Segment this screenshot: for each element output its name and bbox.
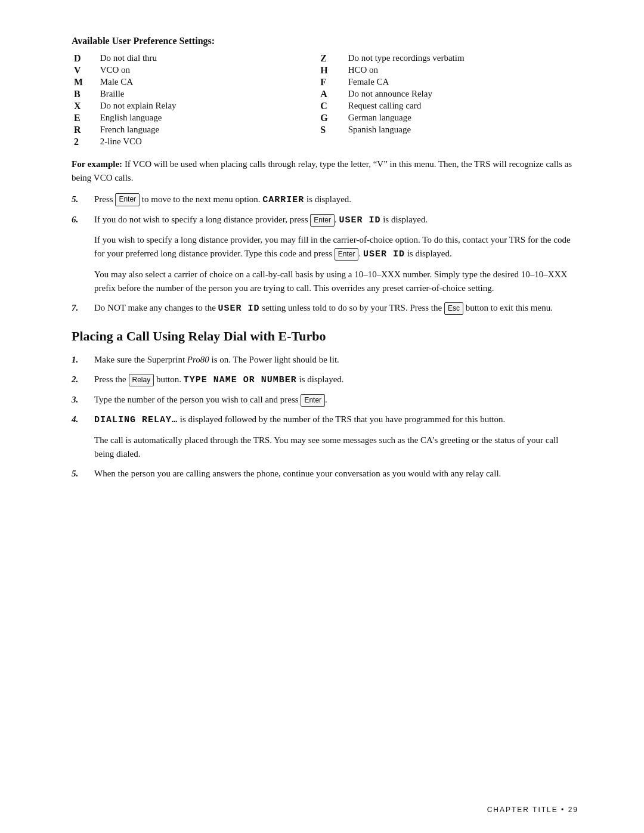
pref-letter-left: B xyxy=(72,88,98,100)
pref-letter-right: G xyxy=(302,112,346,124)
step-content: Make sure the Superprint Pro80 is on. Th… xyxy=(94,353,578,367)
inline-text: . xyxy=(325,395,327,404)
pref-letter-right: H xyxy=(302,64,346,76)
pref-desc-left: Braille xyxy=(98,88,302,100)
mono-text: CARRIER xyxy=(262,195,304,205)
inline-text: setting unless told to do so by your TRS… xyxy=(260,303,444,312)
pref-desc-left: VCO on xyxy=(98,64,302,76)
step-content: If you do not wish to specify a long dis… xyxy=(94,213,578,227)
inline-text: is displayed. xyxy=(380,215,428,224)
step-num: 6. xyxy=(72,213,94,227)
pref-desc-right: Request calling card xyxy=(346,100,578,112)
pref-table-row: M Male CA F Female CA xyxy=(72,76,578,88)
step-text: Make sure the Superprint Pro80 is on. Th… xyxy=(94,355,339,364)
pref-letter-right: Z xyxy=(302,52,346,64)
step-num: 1. xyxy=(72,353,94,367)
pref-desc-right xyxy=(346,136,578,148)
sub-para: If you wish to specify a long distance p… xyxy=(94,233,578,262)
inline-text: If you do not wish to specify a long dis… xyxy=(94,215,310,224)
pref-desc-left: Do not explain Relay xyxy=(98,100,302,112)
section2-step-item: 2.Press the Relay button. TYPE NAME OR N… xyxy=(72,373,578,387)
mono-text: TYPE NAME OR NUMBER xyxy=(184,375,297,385)
pref-letter-left: D xyxy=(72,52,98,64)
step-num: 5. xyxy=(72,467,94,481)
inline-text: Type the number of the person you wish t… xyxy=(94,395,301,404)
pref-letter-left: X xyxy=(72,100,98,112)
for-example-label: For example: xyxy=(72,159,122,169)
pref-letter-right: A xyxy=(302,88,346,100)
pref-letter-left: 2 xyxy=(72,136,98,148)
mono-text: DIALING RELAY… xyxy=(94,415,178,425)
section2-title: Placing a Call Using Relay Dial with E-T… xyxy=(72,329,578,344)
pref-table-row: V VCO on H HCO on xyxy=(72,64,578,76)
inline-text: Do NOT make any changes to the xyxy=(94,303,218,312)
step-content: Do NOT make any changes to the USER ID s… xyxy=(94,301,578,315)
step-num: 3. xyxy=(72,393,94,407)
pref-letter-left: M xyxy=(72,76,98,88)
pref-desc-left: 2-line VCO xyxy=(98,136,302,148)
pref-desc-right: German language xyxy=(346,112,578,124)
pref-table-row: B Braille A Do not announce Relay xyxy=(72,88,578,100)
inline-text: to move to the next menu option. xyxy=(140,194,262,204)
pref-desc-right: HCO on xyxy=(346,64,578,76)
pref-desc-right: Spanish language xyxy=(346,124,578,136)
for-example-para: For example: If VCO will be used when pl… xyxy=(72,157,578,185)
step-item: 5.Press Enter to move to the next menu o… xyxy=(72,193,578,207)
section-heading: Available User Preference Settings: xyxy=(72,36,578,47)
sub-para: You may also select a carrier of choice … xyxy=(94,268,578,296)
pref-desc-right: Female CA xyxy=(346,76,578,88)
footer: CHAPTER TITLE • 29 xyxy=(487,806,578,814)
pref-table-row: 2 2-line VCO xyxy=(72,136,578,148)
pref-desc-left: Do not dial thru xyxy=(98,52,302,64)
kbd-key: Enter xyxy=(115,193,140,206)
step-text: When the person you are calling answers … xyxy=(94,469,501,478)
pref-letter-right: C xyxy=(302,100,346,112)
step-num: 5. xyxy=(72,193,94,206)
step-item: 6.If you do not wish to specify a long d… xyxy=(72,213,578,227)
kbd-key: Esc xyxy=(444,302,463,315)
step-num: 4. xyxy=(72,413,94,426)
steps-list: 5.Press Enter to move to the next menu o… xyxy=(72,193,578,316)
step-content: DIALING RELAY… is displayed followed by … xyxy=(94,413,578,427)
pref-table: D Do not dial thru Z Do not type recordi… xyxy=(72,52,578,148)
pref-desc-left: English language xyxy=(98,112,302,124)
inline-text: Press xyxy=(94,194,115,204)
kbd-key: Relay xyxy=(129,374,154,386)
pref-settings-heading: Available User Preference Settings: xyxy=(72,36,578,47)
pref-letter-left: E xyxy=(72,112,98,124)
pref-letter-right xyxy=(302,136,346,148)
page: Available User Preference Settings: D Do… xyxy=(0,0,644,833)
pref-table-row: D Do not dial thru Z Do not type recordi… xyxy=(72,52,578,64)
section2-step-item: 4.DIALING RELAY… is displayed followed b… xyxy=(72,413,578,427)
pref-table-row: E English language G German language xyxy=(72,112,578,124)
step-content: Type the number of the person you wish t… xyxy=(94,393,578,407)
inline-text: Press the xyxy=(94,374,129,384)
pref-letter-right: S xyxy=(302,124,346,136)
mono-text: USER ID xyxy=(218,304,260,314)
pref-desc-left: French language xyxy=(98,124,302,136)
step-content: When the person you are calling answers … xyxy=(94,467,578,481)
pref-letter-left: V xyxy=(72,64,98,76)
inline-text: is displayed followed by the number of t… xyxy=(178,414,505,424)
mono-text: USER ID xyxy=(339,215,380,225)
kbd-key: Enter xyxy=(335,248,359,261)
kbd-key: Enter xyxy=(301,394,325,407)
inline-text: button. xyxy=(154,374,184,384)
section2-steps-list: 1.Make sure the Superprint Pro80 is on. … xyxy=(72,353,578,481)
pref-desc-right: Do not type recordings verbatim xyxy=(346,52,578,64)
step-num: 2. xyxy=(72,373,94,386)
pref-table-row: X Do not explain Relay C Request calling… xyxy=(72,100,578,112)
italic-text: Pro80 xyxy=(187,355,209,364)
step-content: Press Enter to move to the next menu opt… xyxy=(94,193,578,207)
step-num: 7. xyxy=(72,301,94,315)
pref-desc-left: Male CA xyxy=(98,76,302,88)
kbd-key: Enter xyxy=(310,214,335,227)
inline-text: button to exit this menu. xyxy=(463,303,553,312)
inline-text: is displayed. xyxy=(304,194,351,204)
inline-text: is displayed. xyxy=(297,374,344,384)
step-item: 7.Do NOT make any changes to the USER ID… xyxy=(72,301,578,315)
pref-letter-right: F xyxy=(302,76,346,88)
pref-letter-left: R xyxy=(72,124,98,136)
sub-para: The call is automatically placed through… xyxy=(94,433,578,462)
pref-table-row: R French language S Spanish language xyxy=(72,124,578,136)
